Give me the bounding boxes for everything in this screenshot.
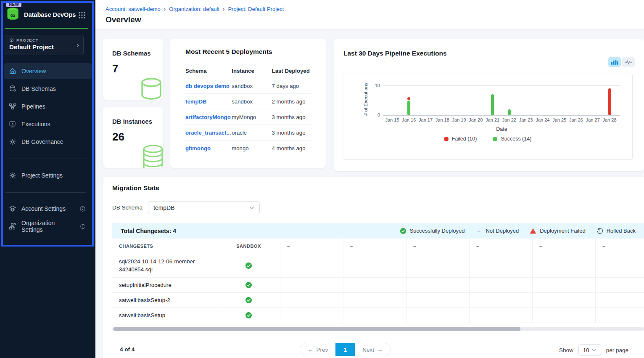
legend-dot-icon: [493, 137, 497, 141]
changeset-name-cell: satwell:basisSetup-2: [112, 293, 217, 308]
page-1-button[interactable]: 1: [335, 343, 355, 356]
play-square-icon: [9, 120, 16, 128]
chart-legend: Failed (10)Success (14): [343, 136, 632, 142]
stat-value: 7: [112, 62, 118, 75]
governance-icon: [9, 138, 16, 146]
empty-status-cell: [596, 293, 644, 308]
column-header: Schema: [185, 68, 232, 74]
schema-link[interactable]: tempDB: [185, 98, 232, 105]
success-bar[interactable]: [407, 101, 410, 116]
empty-status-cell: [596, 278, 644, 293]
x-tick: Jan 28: [600, 117, 619, 122]
instance-cell: sandbox: [232, 98, 272, 105]
sidebar-item-overview[interactable]: Overview: [4, 63, 92, 79]
success-bar[interactable]: [508, 109, 511, 115]
svg-text:∞: ∞: [11, 11, 16, 19]
pipeline-icon: [9, 103, 16, 110]
prev-page-button[interactable]: ← Prev: [300, 343, 335, 356]
empty-status-cell: [596, 308, 644, 323]
bar-chart-toggle-button[interactable]: [608, 57, 621, 67]
x-axis-label: Date: [383, 126, 620, 132]
page-size-select[interactable]: 10: [578, 344, 601, 356]
cube-icon: [9, 38, 14, 42]
instance-cell: mongo: [232, 145, 272, 151]
chevron-down-icon: [249, 206, 254, 209]
empty-status-cell: [470, 278, 533, 293]
chevron-down-icon: [592, 349, 596, 352]
line-chart-toggle-button[interactable]: [622, 57, 635, 67]
deployment-row: tempDBsandbox2 months ago: [185, 94, 311, 109]
db-schemas-card: DB Schemas 7: [103, 39, 163, 100]
last-deployed-cell: 2 months ago: [272, 98, 311, 105]
breadcrumb-organization-link[interactable]: Organization: default: [169, 6, 219, 12]
app-title: Database DevOps: [24, 11, 76, 18]
chart-type-toggle: [608, 57, 635, 67]
column-header: Last Deployed: [272, 68, 311, 74]
changesets-column-header: –: [406, 239, 470, 254]
schema-link[interactable]: db devops demo: [185, 83, 232, 89]
total-changesets: Total Changesets: 4: [121, 228, 176, 234]
db-schema-value: tempDB: [153, 204, 175, 211]
last-deployed-cell: 3 months ago: [272, 114, 311, 120]
changeset-name-cell: satwell:basisSetup: [112, 308, 217, 323]
sidebar-secondary: Project Settings: [4, 167, 92, 185]
sidebar: NEW ∞ Database DevOps PROJECT Default Pr…: [0, 0, 95, 358]
sidebar-item-db-schemas[interactable]: DB Schemas: [4, 81, 92, 97]
project-name: Default Project: [9, 43, 79, 50]
db-stack-icon: [139, 144, 163, 168]
sidebar-item-executions[interactable]: Executions: [4, 116, 92, 132]
stat-value: 26: [112, 130, 124, 143]
changesets-column-header: –: [280, 239, 343, 254]
failed-bar[interactable]: [608, 88, 611, 115]
app-grid-icon[interactable]: [78, 11, 86, 19]
success-check-icon: [245, 262, 252, 269]
sidebar-item-project-settings[interactable]: Project Settings: [4, 167, 92, 183]
empty-status-cell: [280, 254, 343, 278]
empty-status-cell: [406, 293, 470, 308]
horizontal-scrollbar-thumb[interactable]: [113, 327, 520, 331]
sidebar-item-account-settings[interactable]: Account Settings: [4, 201, 92, 217]
rollback-icon: [596, 228, 603, 234]
empty-status-cell: [343, 254, 406, 278]
empty-status-cell: [533, 308, 596, 323]
info-icon[interactable]: [79, 206, 86, 212]
changesets-table: Total Changesets: 4 Successfully Deploye…: [112, 223, 644, 323]
sandbox-status-cell: [217, 254, 280, 278]
home-icon: [9, 67, 16, 75]
page-size-control: Show 10 per page: [559, 344, 628, 356]
column-header: Instance: [232, 68, 272, 74]
project-selector[interactable]: PROJECT Default Project ›: [5, 35, 84, 55]
success-check-icon: [245, 297, 252, 304]
schema-link[interactable]: artifactoryMongo: [185, 114, 232, 120]
status-legend-label: Successfully Deployed: [410, 228, 465, 234]
info-icon[interactable]: [80, 223, 86, 230]
sidebar-item-db-governance[interactable]: DB Governance: [4, 134, 92, 150]
breadcrumb-project-link[interactable]: Project: Default Project: [228, 6, 284, 12]
arrow-right-icon: →: [377, 347, 383, 353]
next-page-button[interactable]: Next →: [355, 343, 390, 356]
gear-icon: [9, 172, 16, 179]
last-deployed-cell: 7 days ago: [272, 83, 311, 89]
last-deployed-cell: 4 months ago: [272, 145, 311, 151]
status-legend-label: Rolled Back: [607, 228, 636, 234]
failed-bar[interactable]: [407, 97, 410, 100]
empty-status-cell: [470, 308, 533, 323]
changesets-column-header: –: [533, 239, 596, 254]
empty-status-cell: [596, 254, 644, 278]
sidebar-item-organization-settings[interactable]: Organization Settings: [4, 218, 92, 234]
empty-status-cell: [343, 293, 406, 308]
sidebar-item-pipelines[interactable]: Pipelines: [4, 98, 92, 114]
status-legend-item: Successfully Deployed: [400, 228, 465, 234]
pipeline-executions-card: Last 30 Days Pipeline Executions 100# of…: [334, 39, 644, 171]
db-schema-select[interactable]: tempDB: [148, 201, 260, 214]
row-count: 4 of 4: [120, 346, 135, 353]
schema-link[interactable]: gitmongo: [185, 145, 232, 151]
changesets-column-header: –: [343, 239, 406, 254]
changesets-grid: CHANGESETSSANDBOX––––––sql/2024-10-14-12…: [112, 239, 644, 323]
success-bar[interactable]: [491, 94, 494, 115]
breadcrumb-account-link[interactable]: Account: satwell-demo: [106, 6, 161, 12]
sidebar-item-label: Executions: [21, 121, 50, 127]
project-label: PROJECT: [16, 38, 39, 42]
recent-deployments-card: Most Recent 5 Deployments SchemaInstance…: [170, 39, 326, 168]
schema-link[interactable]: oracle_transact...: [185, 130, 232, 136]
